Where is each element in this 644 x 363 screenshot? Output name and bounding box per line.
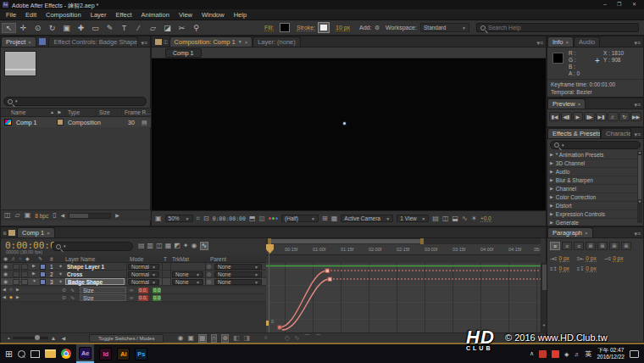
panel-menu-icon[interactable]: ▾≡ [534, 40, 546, 47]
menu-animation[interactable]: Animation [142, 11, 169, 19]
column-name[interactable]: Name [11, 109, 25, 115]
expand-arrow-icon[interactable]: ▶ [550, 204, 553, 208]
tray-icon-red-2[interactable] [552, 350, 559, 358]
expand-arrow-icon[interactable]: ▶ [550, 212, 553, 216]
ease-in-icon[interactable]: ⌒ [304, 335, 311, 342]
expand-arrow-icon[interactable]: ▶ [550, 187, 553, 191]
property-name[interactable]: Size [80, 294, 126, 301]
eye-icon[interactable]: ◉ [3, 264, 8, 269]
column-number[interactable]: # [50, 256, 53, 262]
close-icon[interactable]: × [47, 231, 50, 236]
audio-toggle-button[interactable]: ♬ [608, 112, 619, 121]
add-gear-icon[interactable]: ⚙ [375, 25, 380, 31]
column-parent[interactable]: Parent [210, 256, 226, 262]
layer-color-chip[interactable] [40, 271, 46, 277]
switch-cell[interactable] [21, 264, 28, 270]
space-after-field[interactable]: ≡↧0 px [577, 265, 597, 272]
taskbar-app-ae-active[interactable]: Ae [76, 344, 94, 363]
edit-keyframe-icon[interactable]: ◇ [285, 335, 290, 342]
pen-tool-icon[interactable]: ✎ [103, 24, 117, 32]
graph-eyeglass-icon[interactable]: ∞ [130, 295, 133, 300]
trkmat-dropdown[interactable]: None▼ [172, 279, 203, 285]
composition-viewer[interactable] [152, 59, 546, 210]
timeline-search-input[interactable]: ▾ [52, 242, 133, 251]
blend-mode-dropdown[interactable]: Normal▼ [128, 279, 159, 285]
expand-arrow-icon[interactable]: ▶ [550, 221, 553, 225]
chrome-icon[interactable] [61, 349, 71, 359]
column-frame-rate[interactable]: Frame R... [125, 109, 151, 115]
notification-center-icon[interactable] [630, 350, 639, 358]
timeline-zoom-slider[interactable] [13, 337, 48, 339]
layer-row-1[interactable]: ◉ ▶ 1 ✦ Shape Layer 1 Normal▼ ◎ None▼ [1, 263, 266, 271]
magnification-dropdown[interactable]: 50%▼ [165, 215, 193, 222]
next-keyframe-icon[interactable]: ▶ [16, 295, 19, 299]
audio-icon[interactable]: ♬ [11, 256, 16, 261]
parent-pickwhip-icon[interactable]: ◎ [207, 264, 211, 269]
work-area-start-handle[interactable] [268, 238, 271, 244]
expand-arrow-icon[interactable]: ▶ [550, 170, 553, 174]
zoom-tool-icon[interactable]: ⊙ [31, 24, 45, 32]
size-x-value[interactable]: 0.0, [138, 295, 148, 301]
fill-color-swatch[interactable] [280, 23, 290, 32]
pixel-aspect-icon[interactable]: ◫ [442, 215, 449, 222]
menu-edit[interactable]: Edit [25, 11, 36, 19]
show-grid-icon[interactable]: ▦ [198, 334, 207, 343]
space-before-field[interactable]: ≡↥0 px [550, 265, 569, 272]
effects-search-input[interactable]: ▾ [550, 141, 641, 149]
new-folder-icon[interactable]: ▱ [15, 212, 20, 219]
work-area-end-handle[interactable] [420, 238, 424, 244]
graph-type-icon[interactable]: ▣ [187, 335, 194, 342]
next-keyframe-icon[interactable]: ▶ [16, 288, 19, 292]
expand-arrow-icon[interactable]: ▶ [32, 264, 36, 268]
tab-info[interactable]: Info× [547, 36, 574, 47]
view-layout-dropdown[interactable]: 1 View▼ [397, 215, 429, 222]
graph-editor-toggle-icon[interactable]: ∿ [200, 242, 209, 250]
stroke-width-value[interactable]: 10 px [336, 25, 350, 31]
tab-effect-controls[interactable]: Effect Controls: Badge Shape [48, 36, 138, 47]
indent-right-field[interactable]: ≡⇤0 px [577, 255, 597, 262]
taskbar-app-ps[interactable]: Ps [135, 348, 147, 360]
add-keyframe-icon[interactable]: ◇ [9, 288, 13, 292]
taskbar-app-ai[interactable]: Ai [117, 348, 130, 360]
menu-effect[interactable]: Effect [115, 11, 131, 19]
size-y-value[interactable]: 0.0 [153, 295, 161, 301]
workspace-dropdown[interactable]: Standard▼ [420, 23, 469, 32]
file-explorer-icon[interactable] [45, 349, 56, 358]
task-view-icon[interactable] [31, 350, 40, 358]
justify-all-button[interactable]: ≣ [621, 242, 631, 250]
trash-icon[interactable]: ▯ [53, 212, 56, 219]
justify-last-right-button[interactable]: ≣ [609, 242, 619, 250]
column-t[interactable]: T [164, 256, 167, 262]
effects-list-item[interactable]: ▶Blur & Sharpen [547, 176, 643, 185]
label-color-chip[interactable] [57, 119, 64, 126]
horizontal-scrollbar[interactable] [69, 213, 111, 219]
layer-name[interactable]: Cross [67, 271, 82, 277]
eye-icon[interactable]: ◉ [3, 271, 8, 276]
tab-project[interactable]: Project× [1, 36, 36, 47]
collapse-arrow-icon[interactable]: ▼ [32, 279, 36, 283]
column-mode[interactable]: Mode [130, 256, 143, 262]
safe-areas-icon[interactable]: ⌗ [197, 215, 201, 222]
tab-preview[interactable]: Preview× [547, 98, 586, 109]
switch-cell[interactable] [13, 279, 19, 285]
rotation-tool-icon[interactable]: ↻ [45, 24, 59, 32]
parent-pickwhip-icon[interactable]: ◎ [207, 279, 211, 284]
panel-menu-icon[interactable]: ▾≡ [631, 40, 643, 47]
hand-tool-icon[interactable]: ✛ [16, 24, 31, 32]
work-area-bar[interactable] [268, 239, 424, 243]
layer-row-2[interactable]: ◉ ▶ 2 ✦ Cross Normal▼ None▼ ◎ None▼ [1, 271, 266, 278]
hide-shy-icon[interactable]: ◫ [156, 243, 163, 249]
exposure-icon[interactable]: ☀ [471, 215, 477, 222]
menu-window[interactable]: Window [202, 11, 225, 19]
maximize-button[interactable]: ❐ [617, 1, 621, 7]
comp-flowchart-icon[interactable]: ▤ [138, 243, 145, 249]
menu-layer[interactable]: Layer [91, 11, 107, 19]
tray-network-icon[interactable]: ◈ [564, 351, 569, 357]
tab-character[interactable]: Characte [601, 128, 631, 138]
layer-name[interactable]: Shape Layer 1 [67, 264, 104, 270]
taskbar-search-icon[interactable] [18, 350, 25, 358]
menu-composition[interactable]: Composition [46, 11, 81, 19]
eye-icon[interactable]: ◉ [3, 256, 8, 261]
pan-behind-tool-icon[interactable]: ✚ [74, 24, 88, 32]
menu-file[interactable]: File [6, 11, 16, 19]
